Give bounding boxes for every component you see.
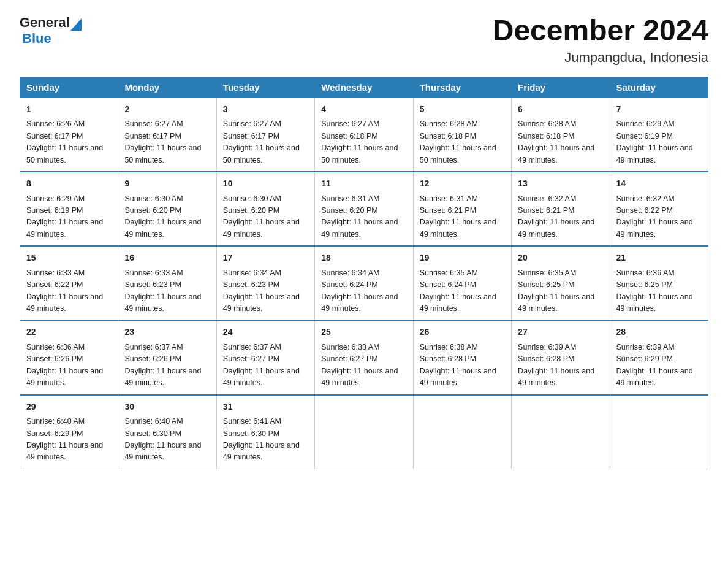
day-cell: 18Sunrise: 6:34 AMSunset: 6:24 PMDayligh… bbox=[315, 246, 413, 320]
sunrise: Sunrise: 6:35 AM bbox=[420, 269, 478, 277]
day-number: 10 bbox=[223, 177, 308, 191]
sunrise: Sunrise: 6:40 AM bbox=[124, 417, 183, 426]
daylight: Daylight: 11 hours and 49 minutes. bbox=[616, 144, 693, 164]
daylight: Daylight: 11 hours and 49 minutes. bbox=[223, 218, 300, 238]
daylight: Daylight: 11 hours and 49 minutes. bbox=[124, 367, 201, 387]
day-cell: 19Sunrise: 6:35 AMSunset: 6:24 PMDayligh… bbox=[413, 246, 511, 320]
header-cell-tuesday: Tuesday bbox=[216, 77, 314, 98]
day-cell: 17Sunrise: 6:34 AMSunset: 6:23 PMDayligh… bbox=[216, 246, 314, 320]
sunrise: Sunrise: 6:31 AM bbox=[321, 194, 379, 203]
svg-marker-0 bbox=[70, 18, 82, 31]
sunrise: Sunrise: 6:29 AM bbox=[26, 194, 85, 203]
day-cell: 21Sunrise: 6:36 AMSunset: 6:25 PMDayligh… bbox=[610, 246, 708, 320]
sunset: Sunset: 6:21 PM bbox=[518, 206, 574, 215]
day-number: 18 bbox=[321, 251, 406, 265]
sunset: Sunset: 6:29 PM bbox=[616, 354, 673, 363]
sunrise: Sunrise: 6:33 AM bbox=[26, 269, 85, 277]
sunset: Sunset: 6:22 PM bbox=[26, 280, 83, 289]
daylight: Daylight: 11 hours and 49 minutes. bbox=[420, 293, 496, 313]
sunset: Sunset: 6:22 PM bbox=[616, 206, 673, 215]
daylight: Daylight: 11 hours and 49 minutes. bbox=[223, 367, 300, 387]
day-number: 25 bbox=[321, 326, 406, 339]
day-number: 26 bbox=[420, 326, 505, 339]
day-number: 21 bbox=[616, 251, 702, 265]
week-row-5: 29Sunrise: 6:40 AMSunset: 6:29 PMDayligh… bbox=[20, 395, 708, 469]
sunset: Sunset: 6:20 PM bbox=[124, 206, 181, 215]
day-cell: 2Sunrise: 6:27 AMSunset: 6:17 PMDaylight… bbox=[118, 98, 216, 172]
day-cell: 23Sunrise: 6:37 AMSunset: 6:26 PMDayligh… bbox=[118, 320, 216, 394]
sunset: Sunset: 6:26 PM bbox=[26, 354, 83, 363]
day-cell: 13Sunrise: 6:32 AMSunset: 6:21 PMDayligh… bbox=[512, 172, 610, 246]
day-number: 12 bbox=[420, 177, 505, 191]
day-cell: 22Sunrise: 6:36 AMSunset: 6:26 PMDayligh… bbox=[20, 320, 118, 394]
sunrise: Sunrise: 6:36 AM bbox=[616, 269, 675, 277]
day-number: 22 bbox=[26, 326, 112, 339]
sunrise: Sunrise: 6:29 AM bbox=[616, 120, 675, 128]
daylight: Daylight: 11 hours and 49 minutes. bbox=[124, 293, 201, 313]
sunrise: Sunrise: 6:35 AM bbox=[518, 269, 576, 277]
day-number: 16 bbox=[124, 251, 210, 265]
header-cell-saturday: Saturday bbox=[610, 77, 708, 98]
day-cell: 31Sunrise: 6:41 AMSunset: 6:30 PMDayligh… bbox=[216, 395, 314, 469]
sunset: Sunset: 6:17 PM bbox=[124, 132, 181, 140]
day-cell: 4Sunrise: 6:27 AMSunset: 6:18 PMDaylight… bbox=[315, 98, 413, 172]
day-cell: 14Sunrise: 6:32 AMSunset: 6:22 PMDayligh… bbox=[610, 172, 708, 246]
sunrise: Sunrise: 6:32 AM bbox=[518, 194, 576, 203]
day-cell: 8Sunrise: 6:29 AMSunset: 6:19 PMDaylight… bbox=[20, 172, 118, 246]
day-number: 31 bbox=[223, 400, 308, 414]
day-cell: 6Sunrise: 6:28 AMSunset: 6:18 PMDaylight… bbox=[512, 98, 610, 172]
sunrise: Sunrise: 6:37 AM bbox=[124, 343, 183, 351]
daylight: Daylight: 11 hours and 49 minutes. bbox=[616, 293, 693, 313]
day-cell: 30Sunrise: 6:40 AMSunset: 6:30 PMDayligh… bbox=[118, 395, 216, 469]
day-cell: 9Sunrise: 6:30 AMSunset: 6:20 PMDaylight… bbox=[118, 172, 216, 246]
daylight: Daylight: 11 hours and 49 minutes. bbox=[518, 367, 594, 387]
sunset: Sunset: 6:18 PM bbox=[518, 132, 574, 140]
calendar-header: SundayMondayTuesdayWednesdayThursdayFrid… bbox=[20, 77, 708, 98]
sunrise: Sunrise: 6:38 AM bbox=[321, 343, 379, 351]
sunrise: Sunrise: 6:41 AM bbox=[223, 417, 281, 426]
logo-general: General bbox=[20, 15, 70, 30]
daylight: Daylight: 11 hours and 50 minutes. bbox=[420, 144, 496, 164]
week-row-3: 15Sunrise: 6:33 AMSunset: 6:22 PMDayligh… bbox=[20, 246, 708, 320]
sunset: Sunset: 6:19 PM bbox=[26, 206, 83, 215]
day-cell: 7Sunrise: 6:29 AMSunset: 6:19 PMDaylight… bbox=[610, 98, 708, 172]
daylight: Daylight: 11 hours and 49 minutes. bbox=[616, 367, 693, 387]
calendar-title: December 2024 bbox=[493, 15, 708, 47]
calendar-table: SundayMondayTuesdayWednesdayThursdayFrid… bbox=[20, 77, 708, 469]
week-row-4: 22Sunrise: 6:36 AMSunset: 6:26 PMDayligh… bbox=[20, 320, 708, 394]
daylight: Daylight: 11 hours and 49 minutes. bbox=[223, 441, 300, 461]
day-number: 3 bbox=[223, 103, 308, 117]
day-cell: 3Sunrise: 6:27 AMSunset: 6:17 PMDaylight… bbox=[216, 98, 314, 172]
sunset: Sunset: 6:23 PM bbox=[223, 280, 279, 289]
sunset: Sunset: 6:18 PM bbox=[321, 132, 377, 140]
day-cell: 1Sunrise: 6:26 AMSunset: 6:17 PMDaylight… bbox=[20, 98, 118, 172]
sunrise: Sunrise: 6:27 AM bbox=[124, 120, 183, 128]
day-cell: 10Sunrise: 6:30 AMSunset: 6:20 PMDayligh… bbox=[216, 172, 314, 246]
day-cell bbox=[315, 395, 413, 469]
sunset: Sunset: 6:28 PM bbox=[518, 354, 574, 363]
sunset: Sunset: 6:29 PM bbox=[26, 429, 83, 438]
sunset: Sunset: 6:30 PM bbox=[223, 429, 279, 438]
day-number: 27 bbox=[518, 326, 603, 339]
header-row: SundayMondayTuesdayWednesdayThursdayFrid… bbox=[20, 77, 708, 98]
daylight: Daylight: 11 hours and 50 minutes. bbox=[223, 144, 300, 164]
header-cell-wednesday: Wednesday bbox=[315, 77, 413, 98]
day-number: 8 bbox=[26, 177, 112, 191]
sunset: Sunset: 6:20 PM bbox=[321, 206, 377, 215]
day-number: 19 bbox=[420, 251, 505, 265]
daylight: Daylight: 11 hours and 49 minutes. bbox=[420, 367, 496, 387]
daylight: Daylight: 11 hours and 49 minutes. bbox=[26, 293, 103, 313]
daylight: Daylight: 11 hours and 50 minutes. bbox=[321, 144, 398, 164]
day-number: 17 bbox=[223, 251, 308, 265]
logo-icon bbox=[70, 18, 82, 31]
daylight: Daylight: 11 hours and 49 minutes. bbox=[26, 218, 103, 238]
sunrise: Sunrise: 6:30 AM bbox=[223, 194, 281, 203]
sunset: Sunset: 6:23 PM bbox=[124, 280, 181, 289]
header-cell-sunday: Sunday bbox=[20, 77, 118, 98]
day-cell: 24Sunrise: 6:37 AMSunset: 6:27 PMDayligh… bbox=[216, 320, 314, 394]
daylight: Daylight: 11 hours and 50 minutes. bbox=[26, 144, 103, 164]
sunset: Sunset: 6:20 PM bbox=[223, 206, 279, 215]
sunrise: Sunrise: 6:39 AM bbox=[518, 343, 576, 351]
day-cell: 15Sunrise: 6:33 AMSunset: 6:22 PMDayligh… bbox=[20, 246, 118, 320]
day-number: 9 bbox=[124, 177, 210, 191]
